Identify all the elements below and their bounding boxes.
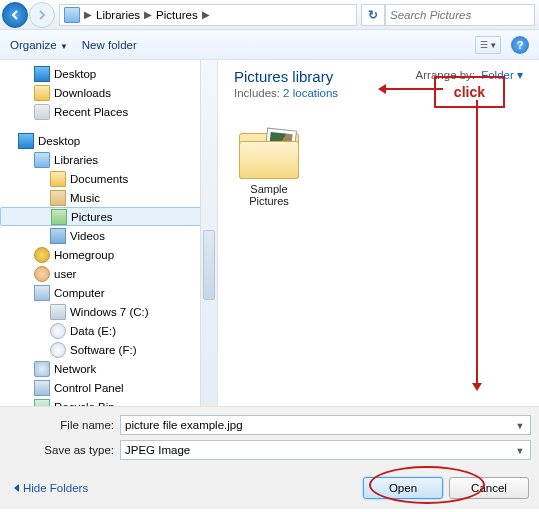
locations-link[interactable]: 2 locations bbox=[283, 87, 338, 99]
tree-item[interactable]: Pictures bbox=[0, 207, 217, 226]
folder-icon bbox=[34, 85, 50, 101]
tree-item-label: Desktop bbox=[38, 135, 80, 147]
collapse-icon bbox=[10, 484, 19, 492]
nav-back-button[interactable] bbox=[2, 2, 28, 28]
content-pane: Pictures library Includes: 2 locations A… bbox=[218, 60, 539, 406]
recent-icon bbox=[34, 104, 50, 120]
chevron-right-icon: ▶ bbox=[144, 9, 152, 20]
tree-item[interactable]: Software (F:) bbox=[0, 340, 217, 359]
folder-item-sample-pictures[interactable]: Sample Pictures bbox=[234, 127, 304, 207]
library-subtitle: Includes: 2 locations bbox=[234, 87, 338, 99]
library-icon bbox=[34, 152, 50, 168]
comp-icon bbox=[34, 380, 50, 396]
tree-item-label: Control Panel bbox=[54, 382, 124, 394]
search-input[interactable] bbox=[385, 4, 535, 26]
tree-item[interactable]: Videos bbox=[0, 226, 217, 245]
home-icon bbox=[34, 247, 50, 263]
folder-icon bbox=[239, 127, 299, 179]
disc-icon bbox=[50, 342, 66, 358]
disc-icon bbox=[50, 323, 66, 339]
tree-item[interactable]: Documents bbox=[0, 169, 217, 188]
title-bar: ▶ Libraries ▶ Pictures ▶ ↻ bbox=[0, 0, 539, 30]
tree-item[interactable]: Music bbox=[0, 188, 217, 207]
tree-item-label: Desktop bbox=[54, 68, 96, 80]
folder-icon bbox=[50, 171, 66, 187]
tree-item-label: Pictures bbox=[71, 211, 113, 223]
chevron-right-icon: ▶ bbox=[202, 9, 210, 20]
tree-group-quickaccess: DesktopDownloadsRecent Places bbox=[0, 64, 217, 121]
filename-label: File name: bbox=[8, 419, 120, 431]
open-button[interactable]: Open bbox=[363, 477, 443, 499]
music-icon bbox=[50, 190, 66, 206]
filename-input[interactable]: picture file example.jpg ▼ bbox=[120, 415, 531, 435]
tree-item[interactable]: Desktop bbox=[0, 64, 217, 83]
drive-icon bbox=[50, 304, 66, 320]
tree-item-label: Libraries bbox=[54, 154, 98, 166]
pic-icon bbox=[51, 209, 67, 225]
tree-item-label: Downloads bbox=[54, 87, 111, 99]
chevron-down-icon[interactable]: ▼ bbox=[513, 444, 527, 458]
navigation-tree: DesktopDownloadsRecent Places Desktop Li… bbox=[0, 60, 218, 406]
annotation-callout: click bbox=[434, 76, 505, 108]
tree-item[interactable]: Computer bbox=[0, 283, 217, 302]
library-title: Pictures library bbox=[234, 68, 338, 85]
breadcrumb-item[interactable]: Libraries bbox=[96, 9, 140, 21]
folder-label: Sample Pictures bbox=[234, 183, 304, 207]
breadcrumb[interactable]: ▶ Libraries ▶ Pictures ▶ bbox=[59, 4, 357, 26]
comp-icon bbox=[34, 285, 50, 301]
main-area: DesktopDownloadsRecent Places Desktop Li… bbox=[0, 60, 539, 406]
new-folder-button[interactable]: New folder bbox=[82, 39, 137, 51]
tree-item[interactable]: Recycle Bin bbox=[0, 397, 217, 406]
cancel-button[interactable]: Cancel bbox=[449, 477, 529, 499]
organize-menu[interactable]: Organize ▼ bbox=[10, 39, 68, 51]
tree-item-label: Recent Places bbox=[54, 106, 128, 118]
tree-item-label: Homegroup bbox=[54, 249, 114, 261]
tree-item-desktop[interactable]: Desktop bbox=[0, 131, 217, 150]
annotation-arrow-down bbox=[476, 100, 478, 388]
refresh-button[interactable]: ↻ bbox=[361, 4, 385, 26]
annotation-arrow-left bbox=[381, 88, 443, 90]
help-icon[interactable]: ? bbox=[511, 36, 529, 54]
footer: Hide Folders Open Cancel bbox=[0, 471, 539, 509]
tree-item-label: Windows 7 (C:) bbox=[70, 306, 149, 318]
form-area: File name: picture file example.jpg ▼ Sa… bbox=[0, 406, 539, 471]
saveas-label: Save as type: bbox=[8, 444, 120, 456]
tree-item-libraries[interactable]: Libraries bbox=[0, 150, 217, 169]
desktop-icon bbox=[18, 133, 34, 149]
view-options-button[interactable]: ☰ ▾ bbox=[475, 36, 501, 54]
tree-item-label: Network bbox=[54, 363, 96, 375]
user-icon bbox=[34, 266, 50, 282]
tree-item-label: Data (E:) bbox=[70, 325, 116, 337]
chevron-right-icon: ▶ bbox=[84, 9, 92, 20]
desk-icon bbox=[34, 66, 50, 82]
tree-item[interactable]: Downloads bbox=[0, 83, 217, 102]
tree-item-label: user bbox=[54, 268, 76, 280]
tree-item[interactable]: Windows 7 (C:) bbox=[0, 302, 217, 321]
tree-item-label: Computer bbox=[54, 287, 105, 299]
breadcrumb-item[interactable]: Pictures bbox=[156, 9, 198, 21]
tree-item-label: Videos bbox=[70, 230, 105, 242]
nav-forward-button[interactable] bbox=[29, 2, 55, 28]
tree-item[interactable]: user bbox=[0, 264, 217, 283]
tree-item[interactable]: Network bbox=[0, 359, 217, 378]
tree-item[interactable]: Control Panel bbox=[0, 378, 217, 397]
tree-item-label: Recycle Bin bbox=[54, 401, 115, 407]
tree-item-label: Software (F:) bbox=[70, 344, 136, 356]
toolbar: Organize ▼ New folder ☰ ▾ ? bbox=[0, 30, 539, 60]
tree-item-label: Music bbox=[70, 192, 100, 204]
tree-item[interactable]: Data (E:) bbox=[0, 321, 217, 340]
recycle-icon bbox=[34, 399, 50, 407]
tree-item-label: Documents bbox=[70, 173, 128, 185]
net-icon bbox=[34, 361, 50, 377]
chevron-down-icon[interactable]: ▼ bbox=[513, 419, 527, 433]
vid-icon bbox=[50, 228, 66, 244]
tree-item[interactable]: Recent Places bbox=[0, 102, 217, 121]
tree-item[interactable]: Homegroup bbox=[0, 245, 217, 264]
hide-folders-button[interactable]: Hide Folders bbox=[10, 482, 88, 494]
scrollbar-thumb[interactable] bbox=[203, 230, 215, 300]
library-icon bbox=[64, 7, 80, 23]
saveas-type-select[interactable]: JPEG Image ▼ bbox=[120, 440, 531, 460]
